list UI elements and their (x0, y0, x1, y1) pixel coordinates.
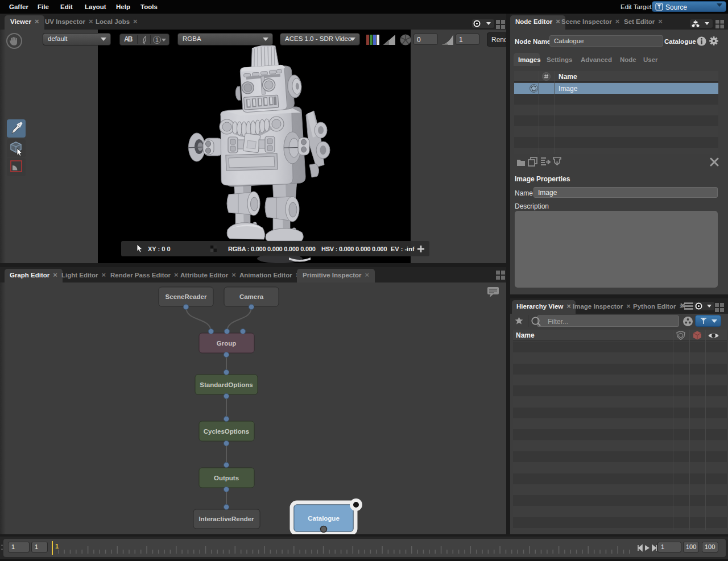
svg-text:SceneReader: SceneReader (166, 293, 207, 300)
svg-text:InteractiveRender: InteractiveRender (198, 516, 254, 522)
svg-text:StandardOptions: StandardOptions (200, 381, 253, 388)
svg-text:Group: Group (217, 340, 237, 347)
svg-text:CyclesOptions: CyclesOptions (204, 428, 250, 435)
svg-text:Catalogue: Catalogue (308, 515, 340, 522)
svg-text:Camera: Camera (239, 293, 264, 300)
svg-text:Outputs: Outputs (214, 475, 239, 481)
